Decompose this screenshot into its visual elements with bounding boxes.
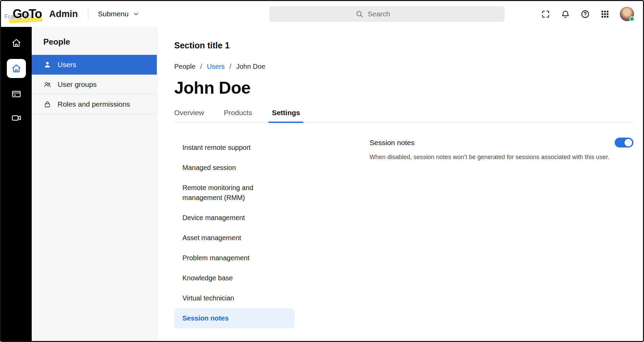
settings-nav-item-instant-remote-support[interactable]: Instant remote support: [174, 138, 295, 158]
sidebar-item-label: Roles and permissions: [58, 100, 130, 108]
tab-settings[interactable]: Settings: [272, 109, 300, 122]
main-content: Section title 1 People / Users / John Do…: [157, 27, 643, 341]
tab-overview[interactable]: Overview: [174, 109, 204, 122]
sidebar-heading: People: [32, 27, 157, 55]
user-icon: [43, 61, 51, 69]
body-row: People Users User groups Roles and permi…: [1, 27, 643, 341]
notifications-bell-icon[interactable]: [560, 9, 571, 19]
rail-home-icon[interactable]: [7, 35, 26, 51]
sidebar-item-users[interactable]: Users: [32, 55, 157, 75]
search-input[interactable]: [368, 10, 419, 18]
breadcrumb: People / Users / John Doe: [174, 63, 633, 71]
apps-grid-icon[interactable]: [599, 9, 610, 19]
nav-rail: [1, 27, 32, 341]
fullscreen-icon[interactable]: [540, 9, 551, 19]
page-title: John Doe: [174, 78, 633, 98]
settings-content: Instant remote support Managed session R…: [174, 138, 633, 328]
breadcrumb-users-link[interactable]: Users: [207, 63, 225, 71]
settings-nav-item-problem-management[interactable]: Problem management: [174, 248, 295, 268]
settings-nav-item-virtual-technician[interactable]: Virtual technician: [174, 288, 295, 308]
breadcrumb-people[interactable]: People: [174, 63, 195, 71]
submenu-dropdown[interactable]: Submenu: [98, 10, 139, 18]
session-notes-toggle[interactable]: [615, 138, 633, 147]
header-icons: [540, 7, 634, 21]
settings-nav-item-rmm[interactable]: Remote monitoring and management (RMM): [174, 178, 295, 208]
session-notes-setting-row: Session notes: [370, 138, 633, 147]
help-icon[interactable]: [580, 9, 590, 19]
toggle-knob: [625, 139, 632, 146]
tab-products[interactable]: Products: [224, 109, 252, 122]
lock-icon: [43, 100, 51, 108]
tab-bar: Overview Products Settings: [174, 109, 633, 123]
settings-nav-item-asset-management[interactable]: Asset management: [174, 228, 295, 248]
settings-nav-item-session-notes[interactable]: Session notes: [174, 308, 295, 328]
sidebar-item-label: User groups: [58, 80, 96, 89]
sidebar-item-label: Users: [58, 61, 76, 69]
sidebar-item-roles-permissions[interactable]: Roles and permissions: [32, 94, 157, 114]
chevron-down-icon: [133, 11, 139, 17]
setting-label: Session notes: [370, 139, 415, 147]
app-window: Frame 10 GoTo Admin Submenu: [0, 0, 644, 342]
breadcrumb-separator: /: [200, 63, 202, 71]
search-bar[interactable]: [269, 6, 505, 22]
avatar[interactable]: [620, 7, 634, 21]
sidebar: People Users User groups Roles and permi…: [32, 27, 157, 341]
rail-billing-icon[interactable]: [7, 86, 26, 102]
header-divider: [88, 9, 88, 19]
setting-description: When disabled, session notes won’t be ge…: [370, 154, 633, 161]
user-groups-icon: [43, 80, 51, 89]
settings-nav-item-knowledge-base[interactable]: Knowledge base: [174, 268, 295, 288]
sidebar-item-user-groups[interactable]: User groups: [32, 75, 157, 94]
breadcrumb-separator: /: [229, 63, 231, 71]
top-bar: Frame 10 GoTo Admin Submenu: [1, 1, 643, 27]
settings-nav-item-managed-session[interactable]: Managed session: [174, 158, 295, 178]
submenu-label: Submenu: [98, 10, 129, 18]
rail-meetings-camera-icon[interactable]: [7, 110, 26, 126]
app-name: Admin: [49, 9, 78, 19]
rail-home-active-icon[interactable]: [7, 59, 26, 78]
settings-nav-item-device-management[interactable]: Device management: [174, 208, 295, 228]
search-icon: [355, 10, 363, 18]
section-title: Section title 1: [174, 41, 633, 50]
brand: GoTo Admin: [11, 7, 78, 21]
session-notes-panel: Session notes When disabled, session not…: [370, 138, 633, 328]
goto-logo: GoTo: [11, 7, 43, 21]
breadcrumb-john-doe: John Doe: [236, 63, 266, 71]
status-online-dot: [629, 16, 634, 21]
settings-nav: Instant remote support Managed session R…: [174, 138, 295, 328]
